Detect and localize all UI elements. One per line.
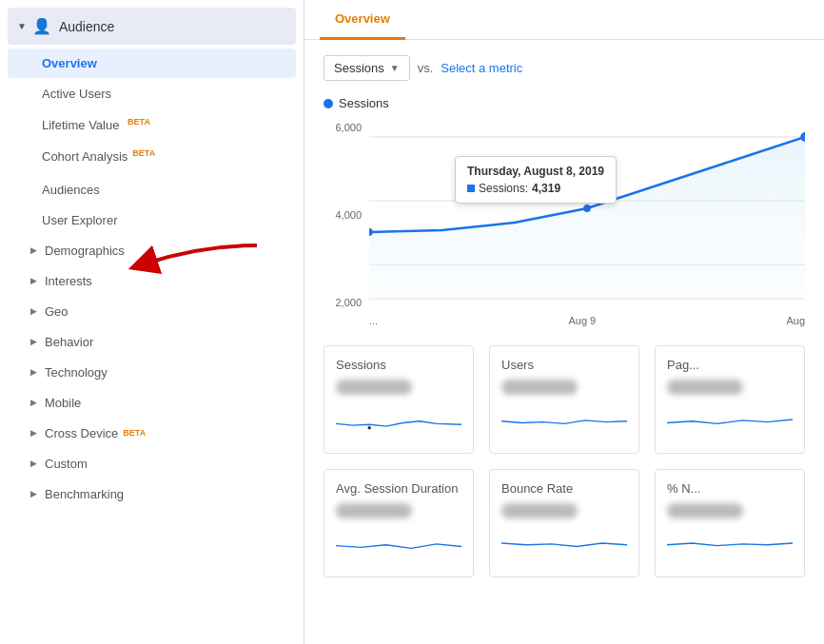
sidebar-item-cohort-analysis[interactable]: Cohort AnalysisBETA bbox=[8, 141, 296, 173]
beta-badge-cross-device: BETA bbox=[123, 428, 146, 438]
person-icon: 👤 bbox=[32, 17, 51, 35]
sidebar-item-label: Behavior bbox=[45, 335, 93, 349]
y-label-2000: 2,000 bbox=[324, 297, 362, 308]
sparkline-pageviews bbox=[667, 400, 793, 439]
sidebar: ▼ 👤 Audience Overview Active Users Lifet… bbox=[0, 0, 304, 644]
sessions-series-label: Sessions bbox=[324, 96, 805, 110]
sidebar-item-label: Benchmarking bbox=[45, 487, 124, 501]
mini-chart-title: Users bbox=[501, 358, 627, 372]
main-content: Overview Sessions ▼ vs. Select a metric … bbox=[304, 0, 824, 644]
chart-tooltip: Thursday, August 8, 2019 Sessions: 4,319 bbox=[455, 156, 617, 204]
blurred-metric-value bbox=[667, 503, 743, 518]
x-label-aug: Aug bbox=[786, 315, 805, 326]
sparkline-sessions bbox=[336, 400, 461, 439]
sidebar-item-geo[interactable]: ▶ Geo bbox=[8, 297, 296, 326]
blurred-metric-value bbox=[501, 380, 578, 395]
mini-chart-avg-session: Avg. Session Duration bbox=[324, 469, 474, 577]
mini-chart-pageviews: Pag... bbox=[655, 345, 805, 454]
blurred-metric-value bbox=[501, 503, 578, 518]
sidebar-item-label: Technology bbox=[45, 365, 108, 380]
sidebar-item-technology[interactable]: ▶ Technology bbox=[8, 358, 296, 387]
sidebar-item-behavior[interactable]: ▶ Behavior bbox=[8, 327, 296, 357]
sparkline-bounce-rate bbox=[501, 524, 627, 562]
sidebar-item-label: User Explorer bbox=[42, 213, 117, 227]
sessions-dot-icon bbox=[324, 99, 333, 108]
line-chart-svg bbox=[369, 118, 805, 308]
mini-chart-percent-new: % N... bbox=[655, 469, 805, 577]
beta-badge-lifetime-value: BETA bbox=[128, 117, 150, 127]
sidebar-item-cross-device[interactable]: ▶ Cross Device BETA bbox=[8, 419, 296, 448]
sparkline-percent-new bbox=[667, 524, 793, 562]
x-label-dots: ... bbox=[369, 315, 378, 326]
expand-arrow-icon: ▶ bbox=[30, 459, 37, 468]
sidebar-item-interests[interactable]: ▶ Interests bbox=[8, 266, 296, 296]
beta-badge-cohort: BETA bbox=[132, 148, 155, 158]
expand-arrow-icon: ▶ bbox=[30, 367, 37, 377]
mini-chart-bounce-rate: Bounce Rate bbox=[489, 469, 639, 577]
sessions-metric-dropdown[interactable]: Sessions ▼ bbox=[324, 55, 410, 81]
x-label-aug9: Aug 9 bbox=[568, 315, 596, 326]
mini-chart-sessions: Sessions bbox=[324, 345, 474, 454]
svg-point-6 bbox=[583, 205, 591, 212]
main-chart: 6,000 4,000 2,000 bbox=[324, 118, 805, 326]
sidebar-item-overview[interactable]: Overview bbox=[8, 49, 296, 78]
collapse-arrow-icon: ▼ bbox=[17, 21, 27, 31]
expand-arrow-icon: ▶ bbox=[30, 428, 37, 438]
blurred-metric-value bbox=[667, 380, 743, 395]
sidebar-item-label: Overview bbox=[42, 56, 97, 70]
content-area: Sessions ▼ vs. Select a metric Sessions … bbox=[304, 40, 824, 644]
mini-chart-title: Pag... bbox=[667, 358, 793, 372]
sidebar-section-audience[interactable]: ▼ 👤 Audience bbox=[8, 8, 296, 45]
expand-arrow-icon: ▶ bbox=[30, 337, 37, 346]
tooltip-metric-row: Sessions: 4,319 bbox=[467, 182, 604, 195]
sidebar-item-active-users[interactable]: Active Users bbox=[8, 79, 296, 108]
sidebar-item-label: Lifetime Value bbox=[42, 118, 119, 132]
sidebar-item-label: Mobile bbox=[45, 396, 81, 410]
sidebar-item-audiences[interactable]: Audiences bbox=[8, 175, 296, 205]
mini-chart-users: Users bbox=[489, 345, 639, 454]
sidebar-item-label: Interests bbox=[45, 274, 92, 288]
metric-selector-row: Sessions ▼ vs. Select a metric bbox=[324, 55, 805, 81]
mini-chart-title: Sessions bbox=[336, 358, 461, 372]
expand-arrow-icon: ▶ bbox=[30, 245, 37, 255]
sidebar-item-label: Demographics bbox=[45, 244, 125, 258]
expand-arrow-icon: ▶ bbox=[30, 306, 37, 316]
y-label-6000: 6,000 bbox=[324, 122, 362, 133]
audience-section-label: Audience bbox=[59, 19, 114, 34]
tooltip-metric-label: Sessions: bbox=[479, 182, 528, 195]
sessions-text: Sessions bbox=[339, 96, 389, 110]
sparkline-users bbox=[501, 400, 627, 439]
expand-arrow-icon: ▶ bbox=[30, 398, 37, 407]
expand-arrow-icon: ▶ bbox=[30, 489, 37, 498]
blurred-metric-value bbox=[336, 380, 412, 395]
chevron-down-icon: ▼ bbox=[390, 63, 400, 73]
sidebar-item-label: Audiences bbox=[42, 183, 100, 197]
sidebar-item-user-explorer[interactable]: User Explorer bbox=[8, 205, 296, 235]
y-label-4000: 4,000 bbox=[324, 209, 362, 221]
sparkline-avg-session bbox=[336, 524, 461, 562]
sidebar-item-label: Custom bbox=[45, 457, 88, 471]
sidebar-item-custom[interactable]: ▶ Custom bbox=[8, 449, 296, 478]
sidebar-item-mobile[interactable]: ▶ Mobile bbox=[8, 388, 296, 418]
sidebar-item-demographics[interactable]: ▶ Demographics bbox=[8, 236, 296, 265]
tooltip-metric-value: 4,319 bbox=[532, 182, 560, 195]
mini-chart-title: Bounce Rate bbox=[501, 481, 627, 496]
sidebar-item-label: Cross Device bbox=[45, 426, 118, 440]
expand-arrow-icon: ▶ bbox=[30, 276, 37, 285]
select-metric-link[interactable]: Select a metric bbox=[441, 61, 522, 75]
sidebar-item-benchmarking[interactable]: ▶ Benchmarking bbox=[8, 479, 296, 509]
tooltip-color-square bbox=[467, 185, 475, 192]
sidebar-item-label: Active Users bbox=[42, 87, 111, 101]
blurred-metric-value bbox=[336, 503, 412, 518]
selected-metric-label: Sessions bbox=[334, 61, 384, 75]
sidebar-item-label: Cohort Analysis bbox=[42, 150, 128, 165]
mini-chart-title: % N... bbox=[667, 481, 793, 496]
svg-point-8 bbox=[367, 426, 371, 430]
tab-label: Overview bbox=[335, 11, 390, 26]
tooltip-date: Thursday, August 8, 2019 bbox=[467, 165, 604, 178]
mini-chart-title: Avg. Session Duration bbox=[336, 481, 461, 496]
sidebar-item-lifetime-value[interactable]: Lifetime Value BETA bbox=[8, 109, 296, 140]
vs-text: vs. bbox=[418, 61, 434, 75]
tab-overview[interactable]: Overview bbox=[320, 0, 405, 40]
sidebar-item-label: Geo bbox=[45, 304, 69, 319]
